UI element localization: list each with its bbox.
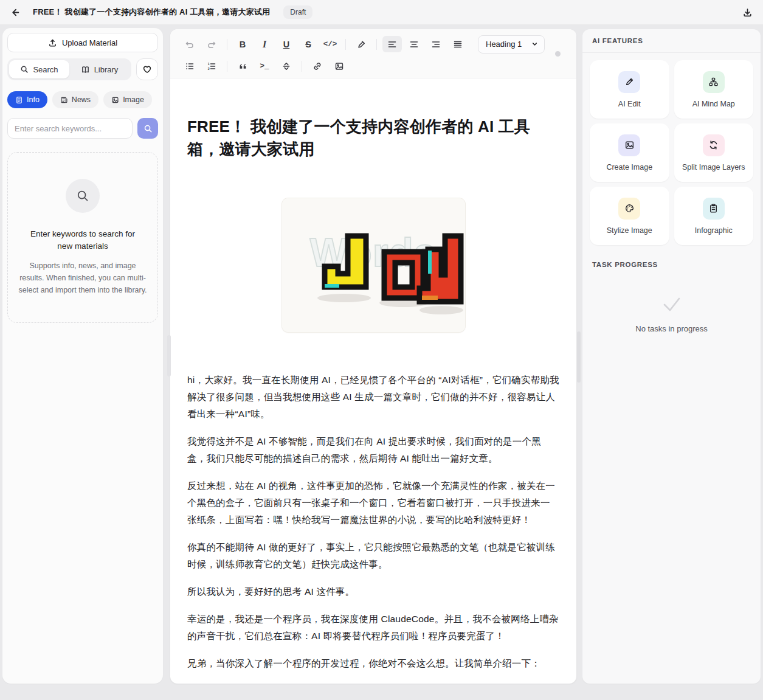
material-sidebar: Upload Material Search Library (2, 28, 163, 684)
feature-create-image[interactable]: Create Image (590, 123, 669, 182)
redo-icon (207, 40, 216, 49)
download-icon (742, 7, 753, 18)
align-justify-icon (453, 40, 463, 49)
doc-paragraph[interactable]: 反过来想，站在 AI 的视角，这件事更加的恐怖，它就像一个充满灵性的作家，被关在… (187, 477, 559, 528)
sidebar-scrollbar-thumb[interactable] (167, 335, 171, 376)
back-button[interactable] (6, 4, 23, 21)
doc-paragraph[interactable]: 要开发一个好用的程序，你首先要画一个原型，这是一个简单的界面，你可以看到这个 (187, 682, 559, 684)
feature-ai-mind-map[interactable]: AI Mind Map (674, 60, 754, 119)
redo-button[interactable] (202, 36, 221, 52)
vertical-arrows-icon (281, 61, 291, 71)
favorites-button[interactable] (136, 58, 158, 80)
strikethrough-button[interactable]: S (299, 36, 318, 52)
upload-material-button[interactable]: Upload Material (7, 33, 158, 52)
feature-split-image-layers[interactable]: Split Image Layers (674, 123, 754, 182)
doc-paragraph[interactable]: 兄弟，当你深入了解一个程序的开发过程，你绝对不会这么想。让我简单介绍一下： (187, 655, 559, 672)
tab-library[interactable]: Library (69, 60, 129, 78)
ai-features-panel: AI FEATURES AI Edit AI Mind Map Create I… (582, 29, 761, 684)
chevron-down-icon (531, 41, 538, 47)
align-left-icon (387, 40, 397, 49)
link-icon (312, 61, 322, 71)
editor-scrollbar-thumb[interactable] (577, 331, 581, 383)
toolbar-divider (227, 39, 227, 50)
empty-state-description: Supports info, news, and image results. … (18, 260, 147, 296)
highlight-button[interactable] (351, 36, 371, 52)
mind-map-icon (703, 71, 725, 93)
tab-library-label: Library (94, 65, 119, 74)
filter-news[interactable]: News (52, 91, 98, 108)
doc-paragraph[interactable]: 你真的不能期待 AI 做的更好了，事实上，它只能按照它最熟悉的文笔（也就是它被训… (187, 539, 559, 573)
feature-stylize-image[interactable]: Stylize Image (590, 187, 669, 245)
insert-link-button[interactable] (308, 58, 327, 74)
upload-material-label: Upload Material (62, 38, 117, 47)
italic-icon: I (263, 39, 266, 50)
align-right-button[interactable] (426, 36, 446, 52)
search-empty-circle (66, 179, 100, 213)
code-icon: </> (323, 40, 337, 49)
empty-state-title: Enter keywords to search for new materia… (22, 228, 143, 252)
align-right-icon (431, 40, 441, 49)
doc-paragraph[interactable]: 幸运的是，我还是一个程序员，我在深度使用 ClaudeCode。并且，我不会被网… (187, 611, 559, 645)
heart-icon (142, 64, 152, 74)
upload-icon (48, 38, 57, 47)
search-input[interactable] (7, 118, 133, 139)
editor-panel: B I U S </> (170, 29, 576, 684)
ordered-list-icon: 12 (207, 61, 216, 71)
refresh-icon (703, 134, 725, 156)
align-center-button[interactable] (404, 36, 424, 52)
task-progress-header: TASK PROGRESS (582, 261, 761, 268)
doc-paragraph[interactable]: hi，大家好。我一直在长期使用 AI，已经见惯了各个平台的 “AI对话框”，它们… (187, 372, 559, 423)
search-icon (76, 189, 89, 203)
bold-icon: B (240, 40, 246, 49)
toolbar-divider (345, 39, 346, 50)
doc-paragraph[interactable]: 所以我认为，要好好的思考 AI 这件事。 (187, 583, 559, 600)
editor-toolbar: B I U S </> (170, 29, 576, 78)
task-progress-empty-state: No tasks in progress (582, 295, 761, 333)
undo-icon (185, 40, 195, 49)
terminal-icon: >_ (260, 62, 269, 71)
italic-button[interactable]: I (255, 36, 274, 52)
expand-vertical-button[interactable] (277, 58, 296, 74)
align-justify-button[interactable] (448, 36, 468, 52)
feature-label: AI Edit (618, 100, 641, 108)
align-left-button[interactable] (382, 36, 402, 52)
filter-news-label: News (72, 95, 91, 104)
app-window: FREE！ 我创建了一个支持内容创作者的 AI 工具箱，邀请大家试用 Draft… (0, 0, 763, 700)
image-icon (334, 61, 344, 71)
code-button[interactable]: </> (320, 36, 340, 52)
doc-heading[interactable]: FREE！ 我创建了一个支持内容创作者的 AI 工具箱，邀请大家试用 (187, 116, 559, 161)
ai-features-header: AI FEATURES (582, 29, 761, 53)
feature-ai-edit[interactable]: AI Edit (590, 60, 669, 119)
doc-inline-image[interactable]: Words (282, 198, 465, 332)
topbar: FREE！ 我创建了一个支持内容创作者的 AI 工具箱，邀请大家试用 Draft (0, 0, 763, 24)
back-arrow-icon (10, 7, 20, 18)
filter-image-label: Image (123, 95, 144, 104)
undo-button[interactable] (180, 36, 199, 52)
align-center-icon (409, 40, 419, 49)
bold-button[interactable]: B (233, 36, 252, 52)
filter-info[interactable]: Info (7, 91, 47, 108)
feature-label: Create Image (606, 163, 652, 172)
blockquote-button[interactable] (233, 58, 252, 74)
bullet-list-button[interactable] (180, 58, 199, 74)
pencil-icon (618, 71, 640, 93)
heading-style-select[interactable]: Heading 1 (478, 35, 545, 54)
heading-select-value: Heading 1 (486, 40, 522, 49)
insert-image-button[interactable] (330, 58, 349, 74)
terminal-button[interactable]: >_ (255, 58, 274, 74)
toolbar-divider (302, 61, 302, 72)
toolbar-divider (227, 61, 227, 72)
tab-search[interactable]: Search (9, 60, 69, 78)
document-body[interactable]: FREE！ 我创建了一个支持内容创作者的 AI 工具箱，邀请大家试用 Words (170, 78, 576, 684)
bullet-list-icon (185, 61, 195, 71)
ordered-list-button[interactable]: 12 (202, 58, 221, 74)
download-button[interactable] (739, 4, 756, 21)
doc-paragraph[interactable]: 我觉得这并不是 AI 不够智能，而是我们在向 AI 提出要求时候，我们面对的是一… (187, 433, 559, 467)
filter-image[interactable]: Image (103, 91, 152, 108)
feature-label: AI Mind Map (692, 100, 735, 108)
feature-infographic[interactable]: Infographic (674, 187, 754, 245)
underline-button[interactable]: U (277, 36, 296, 52)
result-filters: Info News Image (7, 91, 158, 108)
search-icon (20, 65, 29, 74)
search-submit-button[interactable] (137, 118, 158, 139)
